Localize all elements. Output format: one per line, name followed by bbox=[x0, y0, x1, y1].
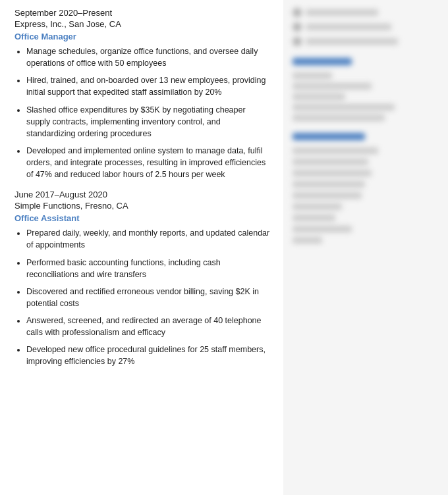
job1-bullet-3: Slashed office expenditures by $35K by n… bbox=[26, 104, 271, 140]
edu-line-2 bbox=[293, 83, 372, 90]
job1-bullet-2: Hired, trained, and on-boarded over 13 n… bbox=[26, 74, 271, 98]
skill-8 bbox=[293, 226, 352, 232]
right-column bbox=[283, 0, 448, 495]
email-icon bbox=[293, 22, 302, 32]
edu-line-5 bbox=[293, 115, 385, 121]
edu-line-1 bbox=[293, 72, 332, 79]
contact-item-1 bbox=[293, 8, 439, 17]
phone-value bbox=[306, 9, 378, 16]
contact-item-2 bbox=[293, 22, 439, 32]
skill-4 bbox=[293, 181, 365, 188]
job1-bullet-1: Manage schedules, organize office functi… bbox=[26, 45, 271, 69]
job1-bullet-4: Developed and implemented online system … bbox=[26, 145, 271, 180]
job2-bullets: Prepared daily, weekly, and monthly repo… bbox=[26, 227, 271, 367]
job2-bullet-2: Performed basic accounting functions, in… bbox=[26, 257, 271, 280]
job1-title: Office Manager bbox=[14, 32, 271, 41]
job-block-2: June 2017–August 2020 Simple Functions, … bbox=[14, 190, 271, 367]
job2-bullet-4: Answered, screened, and redirected an av… bbox=[26, 315, 271, 338]
left-column: September 2020–Present Express, Inc., Sa… bbox=[0, 0, 283, 495]
job2-bullet-5: Developed new office procedural guidelin… bbox=[26, 344, 271, 367]
email-value bbox=[306, 24, 391, 30]
edu-line-3 bbox=[293, 93, 345, 100]
job2-title: Office Assistant bbox=[14, 213, 271, 223]
job2-company: Simple Functions, Fresno, CA bbox=[14, 201, 271, 211]
education-title bbox=[293, 58, 439, 67]
skills-title bbox=[293, 133, 439, 142]
contact-item-3 bbox=[293, 37, 439, 46]
skill-9 bbox=[293, 237, 322, 244]
education-section bbox=[293, 58, 439, 121]
job1-bullets: Manage schedules, organize office functi… bbox=[26, 45, 271, 180]
job2-bullet-1: Prepared daily, weekly, and monthly repo… bbox=[26, 227, 271, 251]
skill-6 bbox=[293, 203, 342, 210]
address-value bbox=[306, 38, 398, 45]
contact-section bbox=[293, 8, 439, 46]
resume-container: September 2020–Present Express, Inc., Sa… bbox=[0, 0, 448, 495]
location-icon bbox=[293, 37, 302, 46]
skill-3 bbox=[293, 170, 372, 176]
job-block-1: September 2020–Present Express, Inc., Sa… bbox=[14, 8, 271, 180]
job1-company: Express, Inc., San Jose, CA bbox=[14, 19, 271, 29]
skills-section bbox=[293, 133, 439, 244]
edu-line-4 bbox=[293, 104, 395, 111]
skill-2 bbox=[293, 159, 368, 165]
job2-date: June 2017–August 2020 bbox=[14, 190, 271, 199]
job2-bullet-3: Discovered and rectified erroneous vendo… bbox=[26, 286, 271, 309]
skill-1 bbox=[293, 147, 378, 154]
skill-7 bbox=[293, 215, 335, 221]
phone-icon bbox=[293, 8, 302, 17]
skill-5 bbox=[293, 192, 362, 199]
job1-date: September 2020–Present bbox=[14, 8, 271, 18]
